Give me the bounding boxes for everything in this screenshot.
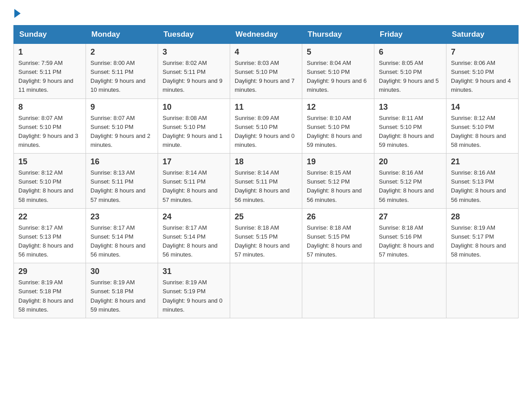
column-header-monday: Monday xyxy=(86,26,158,44)
day-number: 18 xyxy=(235,157,297,167)
calendar-table: SundayMondayTuesdayWednesdayThursdayFrid… xyxy=(13,25,519,318)
day-number: 14 xyxy=(451,103,514,112)
day-cell xyxy=(446,263,519,318)
logo xyxy=(13,9,21,16)
column-header-tuesday: Tuesday xyxy=(158,26,230,44)
day-info: Sunrise: 8:10 AMSunset: 5:10 PMDaylight:… xyxy=(307,114,369,150)
day-cell: 25Sunrise: 8:18 AMSunset: 5:15 PMDayligh… xyxy=(230,208,302,263)
day-info: Sunrise: 8:06 AMSunset: 5:10 PMDaylight:… xyxy=(451,59,514,95)
column-header-saturday: Saturday xyxy=(446,26,519,44)
day-cell xyxy=(302,263,374,318)
day-info: Sunrise: 8:05 AMSunset: 5:10 PMDaylight:… xyxy=(379,59,442,95)
day-cell: 9Sunrise: 8:07 AMSunset: 5:10 PMDaylight… xyxy=(86,98,158,154)
day-info: Sunrise: 8:04 AMSunset: 5:10 PMDaylight:… xyxy=(307,59,369,95)
day-number: 16 xyxy=(90,157,153,167)
day-number: 20 xyxy=(379,157,442,167)
week-row-4: 22Sunrise: 8:17 AMSunset: 5:13 PMDayligh… xyxy=(14,208,519,263)
day-info: Sunrise: 8:11 AMSunset: 5:10 PMDaylight:… xyxy=(379,114,442,150)
day-number: 7 xyxy=(451,47,514,57)
day-cell: 17Sunrise: 8:14 AMSunset: 5:11 PMDayligh… xyxy=(158,154,230,209)
day-number: 12 xyxy=(307,103,369,112)
week-row-3: 15Sunrise: 8:12 AMSunset: 5:10 PMDayligh… xyxy=(14,154,519,209)
calendar-body: 1Sunrise: 7:59 AMSunset: 5:11 PMDaylight… xyxy=(14,44,519,318)
day-info: Sunrise: 8:19 AMSunset: 5:19 PMDaylight:… xyxy=(163,278,225,314)
day-info: Sunrise: 8:02 AMSunset: 5:11 PMDaylight:… xyxy=(163,59,225,95)
logo-arrow-icon xyxy=(14,9,21,18)
day-info: Sunrise: 8:16 AMSunset: 5:12 PMDaylight:… xyxy=(379,168,442,205)
day-number: 31 xyxy=(163,267,225,276)
day-cell: 14Sunrise: 8:12 AMSunset: 5:10 PMDayligh… xyxy=(446,98,519,154)
day-info: Sunrise: 8:12 AMSunset: 5:10 PMDaylight:… xyxy=(451,114,514,150)
day-number: 27 xyxy=(379,212,442,222)
day-number: 6 xyxy=(379,47,442,57)
day-number: 26 xyxy=(307,212,369,222)
day-number: 19 xyxy=(307,157,369,167)
day-cell xyxy=(230,263,302,318)
column-header-sunday: Sunday xyxy=(14,26,86,44)
day-cell: 30Sunrise: 8:19 AMSunset: 5:18 PMDayligh… xyxy=(86,263,158,318)
day-cell: 10Sunrise: 8:08 AMSunset: 5:10 PMDayligh… xyxy=(158,98,230,154)
day-info: Sunrise: 7:59 AMSunset: 5:11 PMDaylight:… xyxy=(18,59,81,95)
day-info: Sunrise: 8:18 AMSunset: 5:15 PMDaylight:… xyxy=(307,223,369,260)
day-cell: 15Sunrise: 8:12 AMSunset: 5:10 PMDayligh… xyxy=(14,154,86,209)
day-number: 25 xyxy=(235,212,297,222)
day-cell: 29Sunrise: 8:19 AMSunset: 5:18 PMDayligh… xyxy=(14,263,86,318)
column-header-friday: Friday xyxy=(374,26,446,44)
day-cell: 5Sunrise: 8:04 AMSunset: 5:10 PMDaylight… xyxy=(302,44,374,99)
day-number: 17 xyxy=(163,157,225,167)
day-cell: 4Sunrise: 8:03 AMSunset: 5:10 PMDaylight… xyxy=(230,44,302,99)
day-info: Sunrise: 8:17 AMSunset: 5:14 PMDaylight:… xyxy=(90,223,153,260)
day-number: 29 xyxy=(18,267,81,276)
day-info: Sunrise: 8:15 AMSunset: 5:12 PMDaylight:… xyxy=(307,168,369,205)
day-number: 21 xyxy=(451,157,514,167)
day-info: Sunrise: 8:14 AMSunset: 5:11 PMDaylight:… xyxy=(235,168,297,205)
week-row-2: 8Sunrise: 8:07 AMSunset: 5:10 PMDaylight… xyxy=(14,98,519,154)
day-info: Sunrise: 8:03 AMSunset: 5:10 PMDaylight:… xyxy=(235,59,297,95)
day-info: Sunrise: 8:08 AMSunset: 5:10 PMDaylight:… xyxy=(163,114,225,150)
day-number: 9 xyxy=(90,103,153,112)
day-cell: 1Sunrise: 7:59 AMSunset: 5:11 PMDaylight… xyxy=(14,44,86,99)
day-number: 13 xyxy=(379,103,442,112)
day-number: 11 xyxy=(235,103,297,112)
day-cell: 23Sunrise: 8:17 AMSunset: 5:14 PMDayligh… xyxy=(86,208,158,263)
day-number: 10 xyxy=(163,103,225,112)
day-info: Sunrise: 8:17 AMSunset: 5:13 PMDaylight:… xyxy=(18,223,81,260)
day-info: Sunrise: 8:00 AMSunset: 5:11 PMDaylight:… xyxy=(90,59,153,95)
day-cell: 8Sunrise: 8:07 AMSunset: 5:10 PMDaylight… xyxy=(14,98,86,154)
day-info: Sunrise: 8:17 AMSunset: 5:14 PMDaylight:… xyxy=(163,223,225,260)
day-cell: 3Sunrise: 8:02 AMSunset: 5:11 PMDaylight… xyxy=(158,44,230,99)
page-header xyxy=(13,9,519,16)
day-cell: 6Sunrise: 8:05 AMSunset: 5:10 PMDaylight… xyxy=(374,44,446,99)
day-info: Sunrise: 8:19 AMSunset: 5:18 PMDaylight:… xyxy=(18,278,81,314)
day-cell: 12Sunrise: 8:10 AMSunset: 5:10 PMDayligh… xyxy=(302,98,374,154)
day-info: Sunrise: 8:07 AMSunset: 5:10 PMDaylight:… xyxy=(18,114,81,150)
week-row-1: 1Sunrise: 7:59 AMSunset: 5:11 PMDaylight… xyxy=(14,44,519,99)
week-row-5: 29Sunrise: 8:19 AMSunset: 5:18 PMDayligh… xyxy=(14,263,519,318)
day-info: Sunrise: 8:18 AMSunset: 5:16 PMDaylight:… xyxy=(379,223,442,260)
day-number: 15 xyxy=(18,157,81,167)
day-cell: 24Sunrise: 8:17 AMSunset: 5:14 PMDayligh… xyxy=(158,208,230,263)
day-info: Sunrise: 8:14 AMSunset: 5:11 PMDaylight:… xyxy=(163,168,225,205)
column-header-wednesday: Wednesday xyxy=(230,26,302,44)
day-info: Sunrise: 8:18 AMSunset: 5:15 PMDaylight:… xyxy=(235,223,297,260)
day-cell: 19Sunrise: 8:15 AMSunset: 5:12 PMDayligh… xyxy=(302,154,374,209)
day-cell: 2Sunrise: 8:00 AMSunset: 5:11 PMDaylight… xyxy=(86,44,158,99)
day-number: 3 xyxy=(163,47,225,57)
day-number: 24 xyxy=(163,212,225,222)
day-info: Sunrise: 8:09 AMSunset: 5:10 PMDaylight:… xyxy=(235,114,297,150)
day-cell: 26Sunrise: 8:18 AMSunset: 5:15 PMDayligh… xyxy=(302,208,374,263)
day-cell: 18Sunrise: 8:14 AMSunset: 5:11 PMDayligh… xyxy=(230,154,302,209)
day-number: 1 xyxy=(18,47,81,57)
calendar-header-row: SundayMondayTuesdayWednesdayThursdayFrid… xyxy=(14,26,519,44)
day-info: Sunrise: 8:19 AMSunset: 5:17 PMDaylight:… xyxy=(451,223,514,260)
day-cell: 31Sunrise: 8:19 AMSunset: 5:19 PMDayligh… xyxy=(158,263,230,318)
day-number: 22 xyxy=(18,212,81,222)
day-number: 28 xyxy=(451,212,514,222)
day-cell: 16Sunrise: 8:13 AMSunset: 5:11 PMDayligh… xyxy=(86,154,158,209)
day-cell: 28Sunrise: 8:19 AMSunset: 5:17 PMDayligh… xyxy=(446,208,519,263)
day-number: 5 xyxy=(307,47,369,57)
day-cell: 20Sunrise: 8:16 AMSunset: 5:12 PMDayligh… xyxy=(374,154,446,209)
column-header-thursday: Thursday xyxy=(302,26,374,44)
day-number: 8 xyxy=(18,103,81,112)
day-cell: 21Sunrise: 8:16 AMSunset: 5:13 PMDayligh… xyxy=(446,154,519,209)
